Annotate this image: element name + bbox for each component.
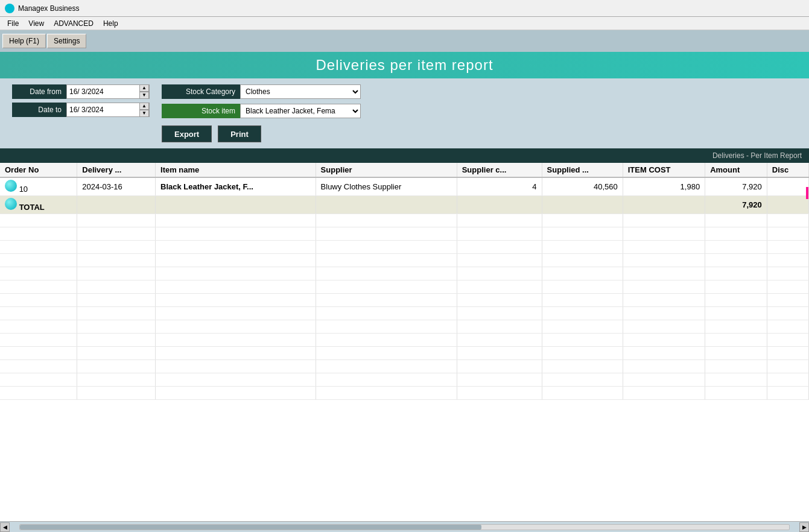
cell-supplier: Bluwy Clothes Supplier (316, 177, 457, 196)
date-from-spinner: ▲ ▼ (139, 84, 149, 99)
table-header-row: Order No Delivery ... Item name Supplier… (0, 163, 809, 177)
date-to-input[interactable] (67, 103, 139, 116)
total-label: TOTAL (19, 203, 45, 212)
col-supplier: Supplier (316, 163, 457, 177)
cell-item-cost: 1,980 (623, 177, 705, 196)
table-row (0, 373, 809, 387)
total-empty-1 (77, 196, 156, 214)
cell-amount: 7,920 (705, 177, 767, 196)
total-empty-2 (156, 196, 316, 214)
table-row (0, 280, 809, 294)
table-row (0, 241, 809, 254)
date-from-input[interactable] (67, 85, 139, 98)
col-supplier-code: Supplier c... (457, 163, 542, 177)
col-delivery: Delivery ... (77, 163, 156, 177)
table-row (0, 307, 809, 320)
stock-category-select[interactable]: Clothes (240, 84, 361, 99)
cell-supplied: 40,560 (542, 177, 623, 196)
export-button[interactable]: Export (162, 125, 212, 142)
date-to-down[interactable]: ▼ (139, 110, 149, 117)
action-row: Export Print (162, 125, 797, 142)
cell-item-name: Black Leather Jacket, F... (156, 177, 316, 196)
date-to-label: Date to (12, 103, 66, 117)
content-area: Help (F1) Settings Deliveries per item r… (0, 30, 809, 532)
header-bar: Deliveries per item report (0, 52, 809, 78)
pink-indicator (806, 187, 808, 199)
app-title: Managex Business (18, 4, 79, 13)
scroll-left-arrow[interactable]: ◀ (0, 522, 10, 532)
order-no-value: 10 (19, 185, 28, 194)
date-to-input-wrap: ▲ ▼ (66, 103, 150, 117)
total-empty-3 (316, 196, 457, 214)
menu-file[interactable]: File (2, 18, 24, 29)
cell-supplier-code: 4 (457, 177, 542, 196)
col-supplied: Supplied ... (542, 163, 623, 177)
menu-view[interactable]: View (24, 18, 49, 29)
filter-left: Date from ▲ ▼ Date to ▲ ▼ (12, 84, 150, 117)
total-amount: 7,920 (705, 196, 767, 214)
total-dot-cell: TOTAL (0, 196, 77, 214)
scrollbar-area: ◀ ▶ (0, 521, 809, 532)
cell-delivery: 2024-03-16 (77, 177, 156, 196)
table-container: Order No Delivery ... Item name Supplier… (0, 163, 809, 521)
settings-button[interactable]: Settings (47, 34, 86, 48)
col-item-cost: ITEM COST (623, 163, 705, 177)
filter-area: Date from ▲ ▼ Date to ▲ ▼ (0, 78, 809, 148)
report-label-bar: Deliveries - Per Item Report (0, 148, 809, 163)
date-to-spinner: ▲ ▼ (139, 103, 149, 117)
help-button[interactable]: Help (F1) (2, 34, 46, 48)
table-row (0, 360, 809, 373)
report-label-text: Deliveries - Per Item Report (712, 151, 802, 160)
scrollbar-track[interactable] (19, 524, 790, 530)
total-empty-5 (542, 196, 623, 214)
stock-item-label: Stock item (162, 104, 240, 118)
deliveries-table: Order No Delivery ... Item name Supplier… (0, 163, 809, 400)
total-empty-7 (767, 196, 808, 214)
total-teal-dot-icon (5, 198, 17, 210)
col-disc: Disc (767, 163, 808, 177)
col-order-no: Order No (0, 163, 77, 177)
table-row (0, 254, 809, 267)
toolbar: Help (F1) Settings (0, 30, 809, 52)
print-button[interactable]: Print (218, 125, 261, 142)
col-item-name: Item name (156, 163, 316, 177)
stock-category-row: Stock Category Clothes (162, 84, 797, 99)
table-row (0, 227, 809, 241)
teal-dot-icon (5, 180, 17, 192)
menu-advanced[interactable]: ADVANCED (49, 18, 98, 29)
stock-item-row: Stock item Black Leather Jacket, Fema (162, 104, 797, 118)
col-amount: Amount (705, 163, 767, 177)
scroll-right-arrow[interactable]: ▶ (799, 522, 809, 532)
total-empty-6 (623, 196, 705, 214)
date-from-row: Date from ▲ ▼ (12, 84, 150, 99)
table-row (0, 214, 809, 227)
date-from-label: Date from (12, 84, 66, 99)
scrollbar-thumb[interactable] (20, 525, 481, 530)
table-row (0, 267, 809, 280)
date-to-row: Date to ▲ ▼ (12, 103, 150, 117)
cell-order-no: 10 (0, 177, 77, 196)
stock-item-select[interactable]: Black Leather Jacket, Fema (240, 104, 361, 118)
menu-bar: File View ADVANCED Help (0, 17, 809, 30)
menu-help[interactable]: Help (98, 18, 123, 29)
table-row: 10 2024-03-16 Black Leather Jacket, F...… (0, 177, 809, 196)
stock-category-label: Stock Category (162, 84, 240, 99)
table-row (0, 334, 809, 347)
total-empty-4 (457, 196, 542, 214)
table-row (0, 294, 809, 307)
date-from-down[interactable]: ▼ (139, 92, 149, 99)
filter-right: Stock Category Clothes Stock item Black … (162, 84, 797, 142)
date-from-input-wrap: ▲ ▼ (66, 84, 150, 99)
table-row (0, 320, 809, 334)
table-row (0, 387, 809, 400)
date-from-up[interactable]: ▲ (139, 84, 149, 92)
total-row: TOTAL 7,920 (0, 196, 809, 214)
table-row (0, 347, 809, 360)
app-icon (5, 4, 14, 13)
page-title: Deliveries per item report (316, 57, 493, 74)
title-bar: Managex Business (0, 0, 809, 17)
cell-disc (767, 177, 808, 196)
date-to-up[interactable]: ▲ (139, 103, 149, 110)
